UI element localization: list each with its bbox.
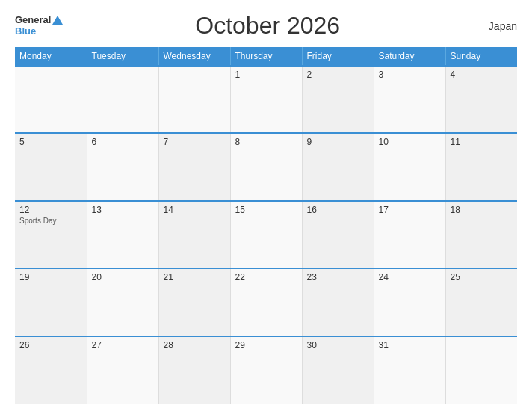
day-number: 26 [19, 340, 82, 350]
day-number: 1 [235, 69, 297, 80]
cell-week4-day7: 25 [445, 268, 517, 336]
day-number: 10 [379, 137, 441, 147]
cell-week1-day2 [87, 66, 158, 133]
cell-week3-day6: 17 [374, 201, 445, 268]
cell-week4-day1: 19 [15, 268, 87, 336]
cell-week2-day3: 7 [158, 133, 230, 200]
day-number: 2 [307, 69, 369, 80]
cell-week1-day7: 4 [445, 66, 517, 133]
logo: General Blue [15, 15, 63, 37]
header-wednesday: Wednesday [158, 47, 230, 66]
cell-week5-day6: 31 [374, 336, 445, 404]
day-number: 21 [164, 272, 226, 282]
logo-general-text: General [15, 15, 51, 25]
cell-week2-day5: 9 [302, 133, 374, 200]
cell-week4-day5: 23 [302, 268, 374, 336]
day-number: 11 [451, 137, 513, 147]
weekday-header-row: Monday Tuesday Wednesday Thursday Friday… [15, 47, 517, 66]
day-number: 3 [379, 69, 441, 80]
cell-week1-day6: 3 [374, 66, 445, 133]
week-row-3: 12Sports Day131415161718 [15, 201, 517, 268]
day-number: 22 [235, 272, 297, 282]
calendar-table: Monday Tuesday Wednesday Thursday Friday… [15, 47, 517, 404]
day-number: 31 [379, 340, 441, 350]
cell-week1-day3 [158, 66, 230, 133]
cell-week3-day4: 15 [230, 201, 302, 268]
cell-week5-day7 [445, 336, 517, 404]
cell-week5-day5: 30 [302, 336, 374, 404]
cell-week3-day3: 14 [158, 201, 230, 268]
cell-week5-day4: 29 [230, 336, 302, 404]
day-number: 4 [451, 69, 513, 80]
day-number: 25 [451, 272, 513, 282]
cell-week2-day6: 10 [374, 133, 445, 200]
day-number: 19 [19, 272, 82, 282]
logo-triangle-icon [52, 16, 63, 25]
day-number: 7 [164, 137, 226, 147]
day-number: 17 [379, 205, 441, 215]
day-number: 23 [307, 272, 369, 282]
header-sunday: Sunday [445, 47, 517, 66]
calendar-title: October 2026 [63, 12, 472, 40]
day-number: 8 [235, 137, 297, 147]
cell-week5-day2: 27 [87, 336, 158, 404]
cell-week3-day2: 13 [87, 201, 158, 268]
day-number: 28 [164, 340, 226, 350]
cell-week3-day7: 18 [445, 201, 517, 268]
week-row-1: 1234 [15, 66, 517, 133]
day-number: 5 [19, 137, 82, 147]
cell-week4-day6: 24 [374, 268, 445, 336]
cell-week4-day2: 20 [87, 268, 158, 336]
holiday-label: Sports Day [19, 217, 82, 225]
day-number: 18 [451, 205, 513, 215]
day-number: 27 [92, 340, 154, 350]
cell-week1-day4: 1 [230, 66, 302, 133]
logo-blue-text: Blue [15, 26, 36, 37]
week-row-5: 262728293031 [15, 336, 517, 404]
day-number: 6 [92, 137, 154, 147]
cell-week1-day1 [15, 66, 87, 133]
header-monday: Monday [15, 47, 87, 66]
week-row-4: 19202122232425 [15, 268, 517, 336]
cell-week2-day7: 11 [445, 133, 517, 200]
cell-week3-day5: 16 [302, 201, 374, 268]
day-number: 15 [235, 205, 297, 215]
cell-week2-day1: 5 [15, 133, 87, 200]
day-number: 13 [92, 205, 154, 215]
cell-week5-day3: 28 [158, 336, 230, 404]
header-tuesday: Tuesday [87, 47, 158, 66]
day-number: 9 [307, 137, 369, 147]
page-header: General Blue October 2026 Japan [15, 12, 517, 40]
day-number: 30 [307, 340, 369, 350]
cell-week1-day5: 2 [302, 66, 374, 133]
cell-week2-day4: 8 [230, 133, 302, 200]
country-label: Japan [472, 20, 517, 32]
header-thursday: Thursday [230, 47, 302, 66]
cell-week3-day1: 12Sports Day [15, 201, 87, 268]
day-number: 16 [307, 205, 369, 215]
cell-week2-day2: 6 [87, 133, 158, 200]
day-number: 24 [379, 272, 441, 282]
day-number: 29 [235, 340, 297, 350]
day-number: 14 [164, 205, 226, 215]
cell-week4-day3: 21 [158, 268, 230, 336]
calendar-page: General Blue October 2026 Japan Monday T… [0, 0, 532, 411]
header-friday: Friday [302, 47, 374, 66]
cell-week4-day4: 22 [230, 268, 302, 336]
header-saturday: Saturday [374, 47, 445, 66]
day-number: 20 [92, 272, 154, 282]
cell-week5-day1: 26 [15, 336, 87, 404]
week-row-2: 567891011 [15, 133, 517, 200]
day-number: 12 [19, 205, 82, 215]
